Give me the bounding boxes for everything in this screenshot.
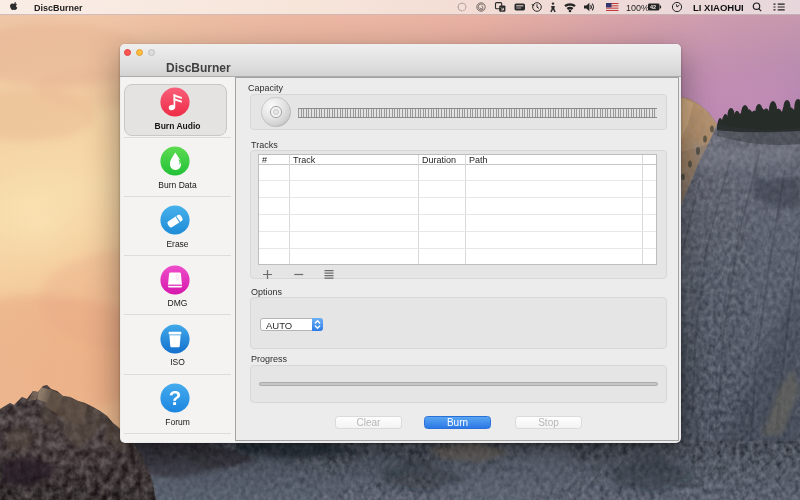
svg-text:?: ? (169, 386, 182, 409)
svg-text:42: 42 (650, 4, 656, 10)
